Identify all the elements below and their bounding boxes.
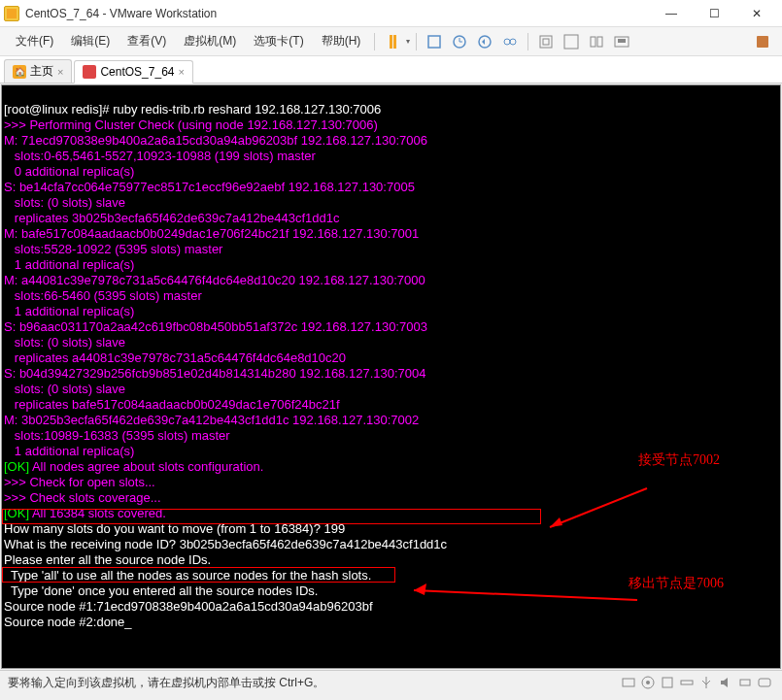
- svg-rect-0: [7, 9, 17, 18]
- close-icon[interactable]: ×: [179, 66, 185, 78]
- toolbar-console-icon[interactable]: [613, 33, 630, 50]
- terminal-ok: [OK]: [4, 459, 32, 474]
- svg-point-4: [504, 39, 510, 45]
- svg-point-20: [646, 681, 650, 684]
- vmware-app-icon: [4, 6, 19, 21]
- svg-rect-21: [663, 678, 672, 687]
- toolbar-revert-icon[interactable]: [476, 33, 493, 50]
- terminal-line: 1 additional replica(s): [4, 257, 134, 272]
- terminal-line: slots:10989-16383 (5395 slots) master: [4, 428, 230, 443]
- svg-rect-24: [759, 679, 770, 686]
- tray-message-icon[interactable]: [757, 675, 772, 690]
- svg-rect-12: [618, 39, 626, 43]
- terminal-output[interactable]: [root@linux redis]# ruby redis-trib.rb r…: [2, 85, 780, 668]
- arrow-icon: [531, 469, 652, 550]
- toolbar-fit-icon[interactable]: [537, 33, 555, 50]
- svg-rect-10: [597, 37, 602, 47]
- terminal-line: Source node #2:done_: [4, 615, 132, 629]
- menu-bar: 文件(F) 编辑(E) 查看(V) 虚拟机(M) 选项卡(T) 帮助(H) ▾: [0, 27, 782, 56]
- tab-home[interactable]: 🏠 主页 ×: [4, 59, 72, 83]
- terminal-line: Please enter all the source node IDs.: [4, 552, 211, 567]
- terminal-line: 1 additional replica(s): [4, 304, 134, 318]
- toolbar-fullscreen-icon[interactable]: [562, 33, 580, 50]
- annotation-source-node: 移出节点是7006: [629, 576, 724, 590]
- terminal-line: M: a44081c39e7978c731a5c64476f4dc64e8d10…: [4, 273, 425, 287]
- tab-bar: 🏠 主页 × CentOS_7_64 ×: [0, 56, 782, 83]
- tray-network-icon[interactable]: [679, 675, 695, 690]
- terminal-line: slots: (0 slots) slave: [4, 382, 125, 396]
- svg-marker-15: [550, 517, 562, 527]
- terminal-line: All nodes agree about slots configuratio…: [32, 459, 264, 474]
- pause-button[interactable]: [384, 33, 401, 50]
- svg-point-5: [510, 39, 516, 45]
- terminal-line: slots:5528-10922 (5395 slots) master: [4, 242, 222, 256]
- terminal-line: S: be14cfa7cc064e75977ec8517c1eccf96e92a…: [4, 180, 415, 194]
- close-button[interactable]: ✕: [735, 0, 778, 27]
- menu-file[interactable]: 文件(F): [8, 29, 61, 53]
- toolbar-snapshot-icon[interactable]: [451, 33, 468, 50]
- terminal-line: Type 'done' once you entered all the sou…: [4, 583, 318, 598]
- tab-vm[interactable]: CentOS_7_64 ×: [74, 60, 193, 83]
- svg-marker-17: [414, 583, 426, 595]
- svg-line-16: [414, 590, 637, 600]
- run-dropdown-icon[interactable]: ▾: [406, 37, 410, 46]
- menu-vm[interactable]: 虚拟机(M): [176, 29, 244, 53]
- terminal-line: M: 71ecd970838e9b400a2a6a15cd30a94ab9620…: [4, 133, 427, 148]
- annotation-receiving-node: 接受节点7002: [638, 452, 720, 467]
- status-bar: 要将输入定向到该虚拟机，请在虚拟机内部单击或按 Ctrl+G。: [0, 670, 782, 694]
- terminal-line: slots: (0 slots) slave: [4, 335, 125, 350]
- title-bar: CentOS_7_64 - VMware Workstation — ☐ ✕: [0, 0, 782, 27]
- terminal-line: M: 3b025b3ecfa65f462de639c7a412be443cf1d…: [4, 413, 419, 427]
- terminal-line: slots: (0 slots) slave: [4, 195, 125, 210]
- terminal-line: 1 additional replica(s): [4, 444, 134, 458]
- terminal-line: >>> Check for open slots...: [4, 475, 155, 489]
- window-title: CentOS_7_64 - VMware Workstation: [25, 7, 217, 20]
- annotation-box-source: [2, 567, 395, 583]
- tray-cd-icon[interactable]: [640, 675, 656, 690]
- terminal-line: Source node #1:71ecd970838e9b400a2a6a15c…: [4, 599, 373, 614]
- menu-view[interactable]: 查看(V): [119, 29, 174, 53]
- tray-usb-icon[interactable]: [698, 675, 714, 690]
- terminal-line: replicates bafe517c084aadaacb0b0249dac1e…: [4, 397, 340, 412]
- menu-edit[interactable]: 编辑(E): [63, 29, 118, 53]
- terminal-line: S: b04d39427329b256fcb9b851e02d4b814314b…: [4, 366, 425, 381]
- svg-rect-13: [757, 36, 768, 48]
- svg-rect-6: [540, 36, 552, 48]
- menu-tabs[interactable]: 选项卡(T): [246, 29, 311, 53]
- terminal-line: >>> Check slots coverage...: [4, 490, 161, 505]
- toolbar-library-icon[interactable]: [754, 33, 771, 50]
- svg-rect-22: [681, 681, 693, 684]
- svg-rect-8: [564, 35, 578, 49]
- terminal-line: M: bafe517c084aadaacb0b0249dac1e706f24bc…: [4, 226, 419, 241]
- terminal-line: slots:66-5460 (5395 slots) master: [4, 288, 202, 303]
- terminal-line: [root@linux redis]# ruby redis-trib.rb r…: [4, 102, 381, 117]
- home-icon: 🏠: [13, 65, 26, 79]
- menu-help[interactable]: 帮助(H): [314, 29, 369, 53]
- annotation-box-receiving: [2, 509, 541, 524]
- maximize-button[interactable]: ☐: [693, 0, 735, 27]
- tray-printer-icon[interactable]: [737, 675, 753, 690]
- svg-line-14: [550, 488, 647, 527]
- svg-rect-23: [740, 680, 750, 685]
- tray-sound-icon[interactable]: [718, 675, 733, 690]
- toolbar-icon-1[interactable]: [425, 33, 443, 50]
- vm-icon: [83, 65, 96, 79]
- svg-rect-7: [543, 39, 549, 45]
- terminal-line: replicates a44081c39e7978c731a5c64476f4d…: [4, 350, 346, 365]
- tray-floppy-icon[interactable]: [660, 675, 675, 690]
- svg-rect-9: [591, 37, 595, 47]
- arrow-icon: [395, 561, 642, 622]
- toolbar-unity-icon[interactable]: [588, 33, 605, 50]
- terminal-line: slots:0-65,5461-5527,10923-10988 (199 sl…: [4, 149, 316, 163]
- minimize-button[interactable]: —: [650, 0, 693, 27]
- close-icon[interactable]: ×: [57, 66, 63, 78]
- svg-rect-1: [428, 36, 440, 48]
- svg-rect-18: [623, 679, 634, 686]
- status-text: 要将输入定向到该虚拟机，请在虚拟机内部单击或按 Ctrl+G。: [8, 675, 324, 691]
- tab-vm-label: CentOS_7_64: [100, 65, 174, 79]
- toolbar-manage-icon[interactable]: [501, 33, 519, 50]
- tray-hdd-icon[interactable]: [621, 675, 636, 690]
- terminal-line: What is the receiving node ID? 3b025b3ec…: [4, 537, 447, 551]
- terminal-line: S: b96aac031170a2aa42c619fbc08b450bb51af…: [4, 319, 427, 334]
- terminal-line: replicates 3b025b3ecfa65f462de639c7a412b…: [4, 211, 340, 225]
